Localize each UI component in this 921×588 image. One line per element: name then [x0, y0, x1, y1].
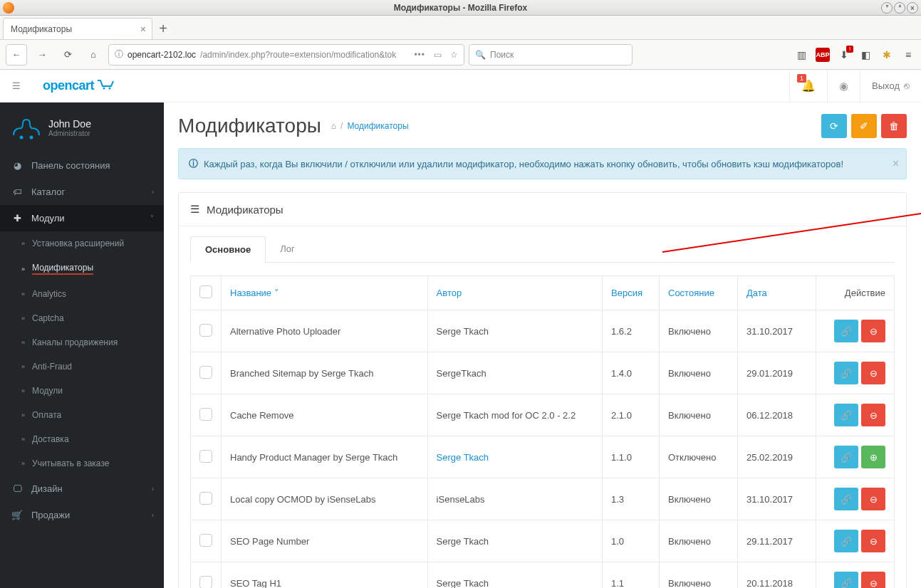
link-button[interactable]: 🔗 — [834, 530, 858, 552]
author-link[interactable]: Serge Tkach — [437, 452, 489, 463]
sidebar-sub-analytics[interactable]: »Analytics — [0, 282, 164, 306]
main-content: Модификаторы ⌂ / Модификаторы ⟳ ✐ 🗑 ⓘ Ка… — [164, 103, 921, 588]
url-bar[interactable]: ⓘ opencart-2102.loc/admin/index.php?rout… — [108, 44, 464, 65]
info-icon: ⓘ — [189, 157, 198, 170]
sidebar-sub-modifications[interactable]: »Модификаторы — [0, 256, 164, 282]
notifications-button[interactable]: 1 🔔 — [789, 70, 827, 103]
link-button[interactable]: 🔗 — [834, 362, 858, 384]
select-all-checkbox[interactable] — [199, 285, 212, 298]
clear-button[interactable]: ✐ — [851, 114, 877, 138]
disable-button[interactable]: ⊖ — [861, 530, 885, 552]
browser-search-input[interactable]: 🔍 Поиск — [469, 44, 633, 65]
link-button[interactable]: 🔗 — [834, 572, 858, 588]
puzzle-icon: ✚ — [11, 213, 23, 224]
tab-log[interactable]: Лог — [266, 236, 309, 262]
sidebar-sub-feeds[interactable]: »Каналы продвижения — [0, 330, 164, 355]
row-checkbox[interactable] — [199, 534, 212, 547]
cell-version: 1.0 — [603, 520, 660, 562]
minus-icon: ⊖ — [870, 326, 878, 337]
alert-close-button[interactable]: × — [893, 157, 899, 170]
window-close-button[interactable]: × — [907, 2, 918, 14]
sidebar-item-catalog[interactable]: 🏷 Каталог › — [0, 179, 164, 205]
tab-main[interactable]: Основное — [190, 236, 266, 263]
sidebar-item-sales[interactable]: 🛒 Продажи › — [0, 502, 164, 528]
row-checkbox[interactable] — [199, 576, 212, 589]
window-maximize-button[interactable]: ˄ — [894, 2, 905, 14]
disable-button[interactable]: ⊖ — [861, 404, 885, 426]
col-date[interactable]: Дата — [746, 288, 767, 298]
logo[interactable]: opencart — [33, 78, 125, 93]
bookmark-star-icon[interactable]: ☆ — [450, 50, 458, 60]
cell-author: Serge Tkach mod for OC 2.0 - 2.2 — [427, 394, 602, 436]
alert-text: Каждый раз, когда Вы включили / отключил… — [204, 159, 843, 169]
forward-button[interactable]: → — [31, 44, 53, 65]
sidebar-sub-payments[interactable]: »Оплата — [0, 403, 164, 427]
logout-button[interactable]: Выход ⎋ — [860, 70, 921, 103]
sidebar-item-design[interactable]: 🖵 Дизайн › — [0, 476, 164, 502]
col-author[interactable]: Автор — [437, 288, 462, 298]
browser-tab[interactable]: Модификаторы × — [3, 18, 152, 39]
disable-button[interactable]: ⊖ — [861, 488, 885, 510]
chevron-icon: » — [21, 240, 25, 247]
sidebar-item-modules[interactable]: ✚ Модули ˅ — [0, 205, 164, 231]
firefox-icon — [3, 2, 14, 14]
link-button[interactable]: 🔗 — [834, 320, 858, 342]
sidebar-sub-antifraud[interactable]: »Anti-Fraud — [0, 355, 164, 379]
cell-name: Cache Remove — [222, 394, 428, 436]
cell-date: 20.11.2018 — [738, 562, 816, 589]
support-button[interactable]: ◉ — [827, 70, 860, 103]
sidebar-toggle-button[interactable]: ☰ — [0, 70, 33, 103]
sidebar-sub-totals[interactable]: »Учитывать в заказе — [0, 451, 164, 476]
link-button[interactable]: 🔗 — [834, 404, 858, 426]
library-icon[interactable]: ▥ — [794, 48, 808, 62]
refresh-button[interactable]: ⟳ — [821, 114, 847, 138]
chevron-icon: » — [21, 363, 25, 370]
sidebar-sub-mods[interactable]: »Модули — [0, 379, 164, 403]
col-name[interactable]: Название ˅ — [230, 288, 279, 298]
browser-toolbar: ← → ⟳ ⌂ ⓘ opencart-2102.loc/admin/index.… — [0, 40, 921, 70]
breadcrumb-link[interactable]: Модификаторы — [347, 121, 408, 131]
disable-button[interactable]: ⊖ — [861, 320, 885, 342]
author-text: Serge Tkach — [437, 536, 489, 547]
disable-button[interactable]: ⊖ — [861, 362, 885, 384]
downloads-icon[interactable]: ⬇! — [837, 48, 851, 62]
sidebar-sub-captcha[interactable]: »Captcha — [0, 306, 164, 330]
cell-author: Serge Tkach — [427, 310, 602, 352]
sidebar-icon[interactable]: ◧ — [858, 48, 873, 62]
chevron-right-icon: › — [152, 511, 154, 519]
link-button[interactable]: 🔗 — [834, 446, 858, 468]
disable-button[interactable]: ⊖ — [861, 572, 885, 588]
sidebar-sub-install[interactable]: »Установка расширений — [0, 231, 164, 256]
window-minimize-button[interactable]: ˅ — [881, 2, 893, 14]
sub-label: Analytics — [32, 289, 66, 299]
home-button[interactable]: ⌂ — [83, 44, 104, 65]
new-tab-button[interactable]: + — [152, 18, 174, 39]
cell-status: Отключено — [660, 436, 738, 478]
chevron-icon: » — [21, 315, 25, 322]
row-checkbox[interactable] — [199, 324, 212, 337]
row-checkbox[interactable] — [199, 408, 212, 421]
home-icon[interactable]: ⌂ — [331, 121, 336, 131]
row-checkbox[interactable] — [199, 366, 212, 379]
profile-block: John Doe Administrator — [0, 103, 164, 152]
reload-button[interactable]: ⟳ — [57, 44, 78, 65]
extension-icon[interactable]: ✱ — [880, 48, 894, 62]
col-version[interactable]: Версия — [611, 288, 642, 298]
url-more-icon[interactable]: ••• — [414, 50, 425, 60]
adblock-icon[interactable]: ABP — [816, 48, 830, 62]
reader-icon[interactable]: ▭ — [434, 50, 442, 60]
signout-icon: ⎋ — [904, 80, 910, 91]
link-button[interactable]: 🔗 — [834, 488, 858, 510]
tab-close-icon[interactable]: × — [140, 23, 146, 35]
table-row: Alternative Photo UploaderSerge Tkach1.6… — [191, 310, 895, 352]
col-status[interactable]: Состояние — [668, 288, 714, 298]
delete-button[interactable]: 🗑 — [881, 114, 907, 138]
back-button[interactable]: ← — [6, 44, 27, 65]
row-checkbox[interactable] — [199, 450, 212, 463]
enable-button[interactable]: ⊕ — [861, 446, 885, 468]
cell-status: Включено — [660, 352, 738, 394]
menu-icon[interactable]: ≡ — [901, 48, 915, 62]
row-checkbox[interactable] — [199, 492, 212, 505]
sidebar-sub-shipping[interactable]: »Доставка — [0, 427, 164, 451]
sidebar-item-dashboard[interactable]: ◕ Панель состояния — [0, 152, 164, 179]
